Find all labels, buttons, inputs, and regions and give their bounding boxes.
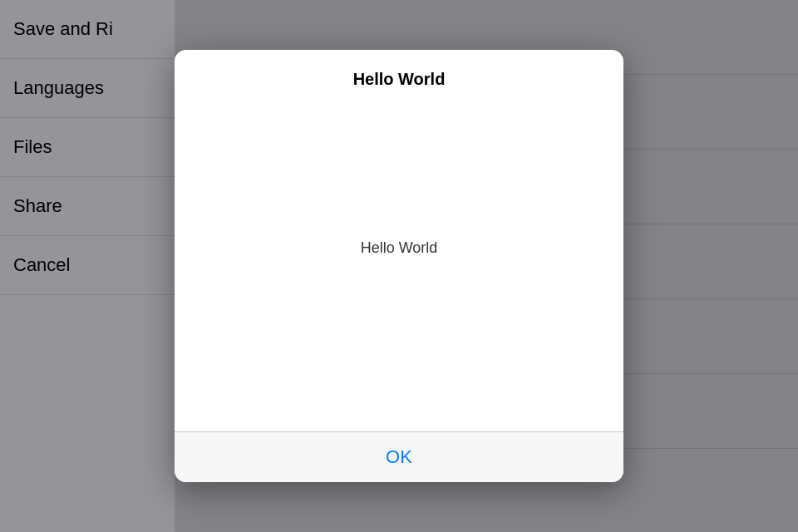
- modal-overlay: Hello World Hello World OK: [0, 0, 798, 532]
- modal-body: Hello World Hello World: [175, 50, 623, 431]
- modal-content-area: Hello World: [191, 89, 607, 406]
- ok-button[interactable]: OK: [175, 432, 623, 482]
- modal-footer: OK: [175, 432, 623, 482]
- alert-dialog: Hello World Hello World OK: [175, 50, 623, 482]
- modal-message: Hello World: [361, 239, 438, 257]
- modal-title: Hello World: [353, 70, 446, 89]
